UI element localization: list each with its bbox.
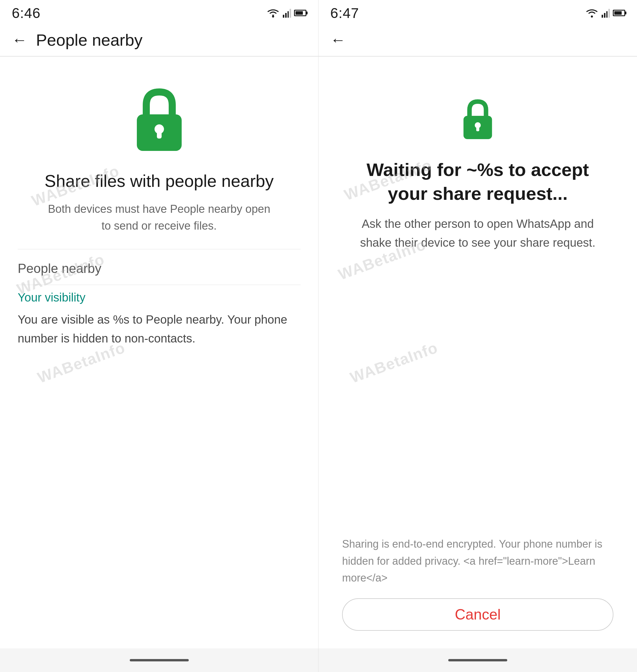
svg-rect-3 [157, 129, 162, 138]
left-visibility-text: You are visible as %s to People nearby. … [18, 310, 301, 348]
left-lock-container [127, 86, 192, 152]
lock-icon [127, 86, 192, 151]
right-waiting-subtitle: Ask the other person to open WhatsApp an… [357, 214, 599, 252]
right-home-indicator-bar [318, 649, 637, 672]
right-time: 6:47 [330, 5, 359, 21]
right-encryption-text: Sharing is end-to-end encrypted. Your ph… [342, 536, 614, 586]
left-back-button[interactable]: ← [12, 32, 27, 48]
left-people-nearby-label: People nearby [18, 261, 102, 276]
left-page-title: People nearby [36, 30, 142, 50]
signal-icon [283, 8, 291, 18]
right-app-bar: ← [318, 23, 637, 56]
right-panel: 6:47 ← [318, 0, 637, 672]
left-status-bar: 6:46 [0, 0, 318, 23]
left-top-content: Share files with people nearby Both devi… [18, 74, 301, 637]
right-top-content: Waiting for ~%s to accept your share req… [345, 74, 611, 536]
left-app-bar: ← People nearby [0, 23, 318, 56]
right-cancel-button[interactable]: Cancel [342, 598, 614, 631]
right-battery-icon [613, 10, 625, 16]
right-signal-icon [602, 8, 610, 18]
battery-icon [294, 10, 306, 16]
right-bottom-section: Sharing is end-to-end encrypted. Your ph… [336, 536, 619, 631]
right-home-indicator [448, 659, 507, 661]
left-main-title: Share files with people nearby [44, 170, 274, 192]
left-home-indicator-bar [0, 649, 318, 672]
svg-rect-7 [476, 125, 479, 131]
svg-point-0 [272, 16, 274, 18]
right-wifi-icon [585, 8, 599, 18]
right-cancel-label: Cancel [455, 606, 501, 623]
right-content: Waiting for ~%s to accept your share req… [318, 57, 637, 649]
left-content: Share files with people nearby Both devi… [0, 57, 318, 649]
left-visibility-title: Your visibility [18, 291, 301, 304]
left-divider-1 [18, 249, 301, 249]
right-status-bar: 6:47 [318, 0, 637, 23]
left-home-indicator [130, 659, 189, 661]
wifi-icon [266, 8, 280, 18]
left-status-icons [266, 8, 306, 18]
left-visibility-section: Your visibility You are visible as %s to… [18, 285, 301, 351]
right-back-button[interactable]: ← [330, 32, 346, 48]
right-lock-container [457, 98, 498, 140]
left-main-subtitle: Both devices must have People nearby ope… [44, 201, 274, 234]
left-people-nearby-item[interactable]: People nearby [18, 252, 301, 285]
left-panel: 6:46 ← People nearb [0, 0, 318, 672]
right-status-icons [585, 8, 625, 18]
right-lock-icon [457, 98, 498, 139]
left-time: 6:46 [12, 5, 40, 21]
right-waiting-title: Waiting for ~%s to accept your share req… [345, 158, 611, 205]
svg-point-4 [591, 16, 593, 18]
